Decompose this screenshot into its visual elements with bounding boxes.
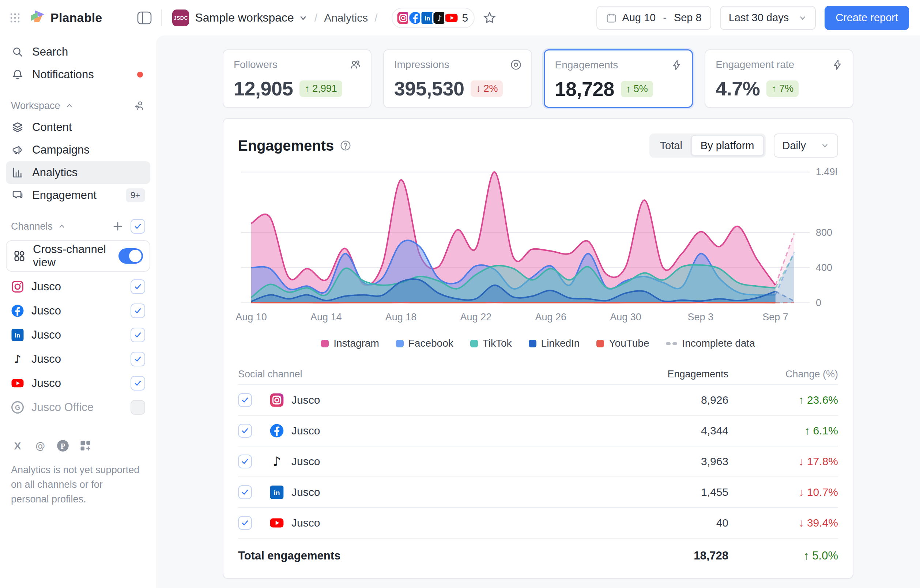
- sidebar-item-analytics[interactable]: Analytics: [6, 161, 150, 184]
- channel-name: Jusco: [31, 353, 61, 366]
- workspace-avatar[interactable]: JSDC: [172, 10, 189, 26]
- legend-item-linkedin[interactable]: LinkedIn: [529, 337, 580, 349]
- app-launcher-icon[interactable]: [10, 13, 21, 23]
- metric-delta-badge: ↑ 7%: [766, 81, 799, 97]
- channel-item-youtube[interactable]: Jusco: [6, 371, 150, 395]
- channel-checkbox[interactable]: [131, 279, 145, 294]
- row-engagements: 4,344: [575, 424, 728, 437]
- metric-card-engagement-rate[interactable]: Engagement rate 4.7% ↑ 7%: [705, 49, 854, 108]
- top-bar: Planable JSDC Sample workspace / Analyti…: [0, 0, 920, 36]
- chart-svg: 04008001.49KAug 10Aug 14Aug 18Aug 22Aug …: [230, 158, 837, 325]
- engagements-area-chart[interactable]: 04008001.49KAug 10Aug 14Aug 18Aug 22Aug …: [230, 158, 848, 325]
- row-checkbox[interactable]: [238, 393, 252, 407]
- chevron-up-icon[interactable]: [58, 222, 66, 230]
- sidebar-item-search[interactable]: Search: [6, 40, 150, 63]
- total-label: Total engagements: [238, 549, 575, 562]
- facebook-icon: [269, 423, 284, 438]
- row-checkbox[interactable]: [238, 424, 252, 438]
- tiktok-icon: ♪: [269, 454, 284, 469]
- svg-text:♪: ♪: [273, 454, 281, 469]
- workspace-name[interactable]: Sample workspace: [195, 11, 294, 24]
- select-all-channels-checkbox[interactable]: [131, 219, 145, 234]
- breadcrumb-analytics[interactable]: Analytics: [324, 12, 368, 24]
- metric-card-followers[interactable]: Followers 12,905 ↑ 2,991: [223, 49, 371, 108]
- bar-chart-icon: [11, 167, 24, 178]
- sidebar-item-notifications[interactable]: Notifications: [6, 63, 150, 86]
- threads-icon: @: [34, 439, 47, 452]
- sidebar-item-campaigns[interactable]: Campaigns: [6, 139, 150, 161]
- svg-text:in: in: [274, 489, 280, 497]
- chevron-up-icon[interactable]: [65, 102, 73, 110]
- create-report-button[interactable]: Create report: [824, 6, 909, 30]
- metric-delta-badge: ↑ 5%: [621, 81, 653, 97]
- tab-total[interactable]: Total: [651, 135, 691, 156]
- svg-text:400: 400: [816, 262, 832, 273]
- metric-value: 12,905: [234, 77, 293, 100]
- channel-item-office[interactable]: G Jusco Office: [6, 395, 150, 420]
- chevron-down-icon[interactable]: [298, 13, 308, 23]
- channel-name: Jusco: [31, 304, 61, 317]
- legend-item-youtube[interactable]: YouTube: [596, 337, 649, 349]
- channel-filter-pill[interactable]: in♪5: [392, 8, 475, 28]
- add-channel-icon[interactable]: [112, 221, 123, 232]
- channel-item-instagram[interactable]: Jusco: [6, 275, 150, 299]
- granularity-select[interactable]: Daily: [774, 133, 838, 158]
- channel-checkbox[interactable]: [131, 400, 145, 415]
- channel-checkbox[interactable]: [131, 303, 145, 318]
- row-engagements: 1,455: [575, 486, 728, 499]
- svg-text:Sep 3: Sep 3: [688, 311, 714, 322]
- table-row-youtube: Jusco 40 ↓ 39.4%: [238, 507, 838, 538]
- analytics-support-note: Analytics is not yet supported on all ch…: [6, 463, 145, 507]
- sidebar-item-engagement[interactable]: Engagement 9+: [6, 184, 150, 207]
- channel-name: Jusco: [31, 280, 61, 293]
- channel-checkbox[interactable]: [131, 376, 145, 390]
- svg-text:Aug 10: Aug 10: [235, 311, 267, 322]
- date-range-end: Sep 8: [674, 12, 702, 24]
- cross-channel-toggle[interactable]: [118, 248, 143, 264]
- channel-item-facebook[interactable]: Jusco: [6, 299, 150, 323]
- favorite-star-icon[interactable]: [483, 11, 497, 25]
- cross-channel-view-card[interactable]: Cross-channel view: [6, 240, 150, 272]
- table-row-facebook: Jusco 4,344 ↑ 6.1%: [238, 415, 838, 446]
- table-row-linkedin: in Jusco 1,455 ↓ 10.7%: [238, 476, 838, 507]
- row-checkbox[interactable]: [238, 516, 252, 530]
- row-checkbox[interactable]: [238, 485, 252, 499]
- engagement-count-badge: 9+: [126, 188, 145, 202]
- svg-text:Aug 30: Aug 30: [610, 311, 641, 322]
- svg-text:Aug 14: Aug 14: [311, 311, 342, 322]
- channel-checkbox[interactable]: [131, 352, 145, 366]
- sidebar-item-label: Notifications: [32, 68, 94, 81]
- search-icon: [11, 46, 24, 58]
- table-row-instagram: Jusco 8,926 ↑ 23.6%: [238, 384, 838, 415]
- row-channel-name: Jusco: [292, 517, 320, 529]
- legend-swatch: [396, 340, 404, 347]
- svg-text:in: in: [15, 332, 20, 339]
- metric-card-impressions[interactable]: Impressions 395,530 ↓ 2%: [383, 49, 532, 108]
- legend-item-instagram[interactable]: Instagram: [321, 337, 379, 349]
- date-range-picker[interactable]: Aug 10 - Sep 8: [596, 6, 711, 30]
- metric-card-engagements[interactable]: Engagements 18,728 ↑ 5%: [544, 49, 693, 108]
- help-icon[interactable]: [340, 140, 351, 151]
- row-engagements: 3,963: [575, 455, 728, 468]
- channels-section-header: Channels: [6, 216, 150, 236]
- channel-item-linkedin[interactable]: in Jusco: [6, 323, 150, 347]
- invite-member-icon[interactable]: [134, 100, 145, 111]
- sidebar-item-content[interactable]: Content: [6, 116, 150, 139]
- channel-item-tiktok[interactable]: ♪ Jusco: [6, 347, 150, 371]
- row-checkbox[interactable]: [238, 455, 252, 468]
- metrics-row: Followers 12,905 ↑ 2,991 Impressions 395…: [223, 49, 854, 108]
- metric-value: 18,728: [555, 78, 614, 100]
- column-engagements: Engagements: [575, 369, 728, 380]
- legend-item-tiktok[interactable]: TikTok: [470, 337, 512, 349]
- date-range-separator: -: [663, 12, 667, 24]
- channel-checkbox[interactable]: [131, 328, 145, 342]
- youtube-icon: [11, 377, 24, 390]
- youtube-icon: [269, 515, 284, 530]
- channel-name: Jusco: [31, 377, 61, 390]
- cross-channel-label: Cross-channel view: [33, 243, 118, 269]
- tab-by-platform[interactable]: By platform: [691, 135, 764, 156]
- collapse-sidebar-icon[interactable]: [137, 11, 152, 24]
- section-label: Channels: [11, 221, 53, 232]
- legend-item-facebook[interactable]: Facebook: [396, 337, 454, 349]
- period-select[interactable]: Last 30 days: [720, 6, 816, 30]
